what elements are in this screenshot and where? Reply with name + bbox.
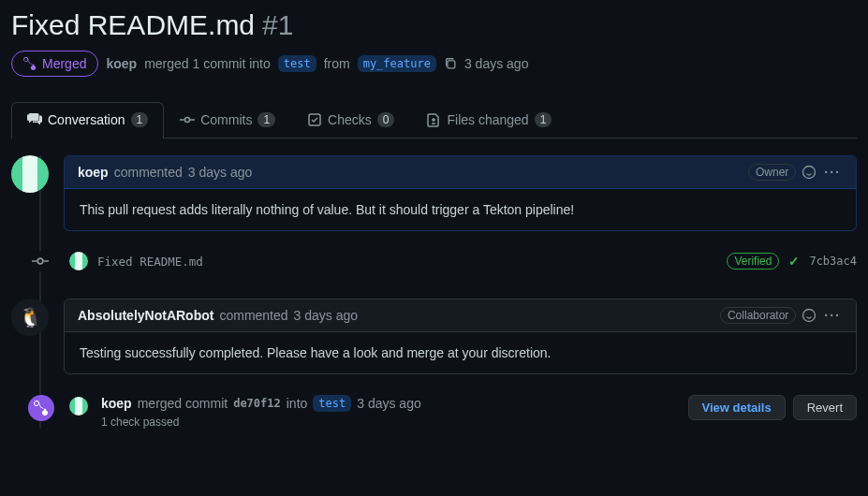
- timeline: koep commented 3 days ago Owner ··· This…: [11, 139, 857, 429]
- merge-into: into: [287, 396, 308, 411]
- file-diff-icon: [426, 112, 441, 127]
- checks-passed[interactable]: 1 check passed: [101, 416, 421, 429]
- tab-conversation-count: 1: [131, 112, 149, 127]
- svg-point-3: [803, 167, 816, 179]
- comment-when-prefix: commented: [114, 165, 183, 180]
- base-branch[interactable]: test: [278, 55, 316, 72]
- tab-commits[interactable]: Commits 1: [164, 102, 291, 139]
- meta-time: 3 days ago: [464, 56, 529, 71]
- merge-author[interactable]: koep: [101, 396, 132, 411]
- merge-text: merged commit: [138, 396, 228, 411]
- smiley-icon[interactable]: [802, 165, 817, 180]
- comment-block: 🐧 AbsolutelyNotARobot commented 3 days a…: [11, 299, 857, 374]
- tab-conversation[interactable]: Conversation 1: [11, 102, 164, 139]
- git-commit-icon: [32, 253, 49, 270]
- comment-block: koep commented 3 days ago Owner ··· This…: [11, 155, 857, 231]
- state-badge-merged: Merged: [11, 51, 98, 77]
- commit-message[interactable]: Fixed README.md: [97, 255, 717, 269]
- merge-icon: [34, 401, 49, 416]
- comment-body: Testing successfully completed. Please h…: [65, 332, 856, 373]
- merge-sha[interactable]: de70f12: [233, 397, 281, 410]
- avatar[interactable]: [69, 252, 88, 270]
- comment-box: AbsolutelyNotARobot commented 3 days ago…: [64, 299, 857, 374]
- avatar[interactable]: [11, 155, 49, 193]
- svg-point-4: [37, 258, 43, 264]
- commit-sha[interactable]: 7cb3ac4: [809, 255, 857, 268]
- state-badge-label: Merged: [42, 56, 86, 71]
- comment-box: koep commented 3 days ago Owner ··· This…: [64, 155, 857, 231]
- copy-icon[interactable]: [444, 57, 457, 70]
- pr-number: #1: [262, 9, 293, 41]
- comment-when-prefix: commented: [219, 308, 287, 323]
- comment-header: koep commented 3 days ago Owner ···: [65, 156, 856, 189]
- svg-point-5: [803, 310, 816, 322]
- pr-title-row: Fixed README.md #1: [11, 9, 857, 41]
- verified-badge[interactable]: Verified: [727, 253, 779, 270]
- comment-header: AbsolutelyNotARobot commented 3 days ago…: [65, 299, 856, 332]
- revert-button[interactable]: Revert: [793, 395, 857, 420]
- comment-when[interactable]: 3 days ago: [294, 308, 359, 323]
- tab-checks[interactable]: Checks 0: [291, 102, 410, 139]
- comment-author[interactable]: koep: [78, 165, 109, 180]
- avatar[interactable]: 🐧: [11, 299, 49, 336]
- tab-files[interactable]: Files changed 1: [410, 102, 567, 139]
- smiley-icon[interactable]: [802, 308, 817, 323]
- tab-commits-count: 1: [257, 112, 275, 127]
- commit-event: Fixed README.md Verified ✓ 7cb3ac4: [11, 252, 857, 270]
- commit-event-icon: [30, 251, 51, 271]
- tab-checks-label: Checks: [328, 112, 372, 127]
- tab-files-label: Files changed: [447, 112, 528, 127]
- comment-body: This pull request adds literally nothing…: [65, 189, 856, 230]
- pr-title: Fixed README.md: [11, 9, 255, 41]
- view-details-button[interactable]: View details: [688, 395, 786, 420]
- merge-actions: View details Revert: [688, 395, 857, 420]
- merge-branch[interactable]: test: [313, 395, 351, 412]
- tab-commits-label: Commits: [200, 112, 252, 127]
- comment-when[interactable]: 3 days ago: [188, 165, 253, 180]
- pr-meta-row: Merged koep merged 1 commit into test fr…: [11, 51, 857, 77]
- svg-point-1: [185, 118, 190, 123]
- tabnav: Conversation 1 Commits 1 Checks 0 Files …: [11, 101, 857, 139]
- merge-event-badge: [28, 395, 54, 421]
- meta-action: merged 1 commit into: [144, 56, 271, 71]
- svg-rect-0: [448, 61, 455, 68]
- merge-icon: [23, 57, 37, 70]
- check-icon: ✓: [788, 254, 800, 269]
- meta-from: from: [324, 56, 350, 71]
- merge-time[interactable]: 3 days ago: [357, 396, 421, 411]
- comment-author[interactable]: AbsolutelyNotARobot: [78, 308, 213, 323]
- merge-event: koep merged commit de70f12 into test 3 d…: [11, 395, 857, 429]
- comment-discussion-icon: [27, 112, 42, 127]
- tab-conversation-label: Conversation: [48, 112, 125, 127]
- role-badge-collaborator: Collaborator: [720, 307, 796, 324]
- git-commit-icon: [180, 112, 195, 127]
- merge-text-block: koep merged commit de70f12 into test 3 d…: [101, 395, 421, 429]
- kebab-icon[interactable]: ···: [822, 308, 843, 323]
- role-badge-owner: Owner: [748, 164, 796, 181]
- tab-checks-count: 0: [377, 112, 395, 127]
- head-branch[interactable]: my_feature: [358, 55, 436, 72]
- tab-files-count: 1: [535, 112, 552, 127]
- avatar[interactable]: [69, 397, 88, 416]
- meta-author[interactable]: koep: [106, 56, 137, 71]
- kebab-icon[interactable]: ···: [822, 165, 843, 180]
- checklist-icon: [307, 112, 322, 127]
